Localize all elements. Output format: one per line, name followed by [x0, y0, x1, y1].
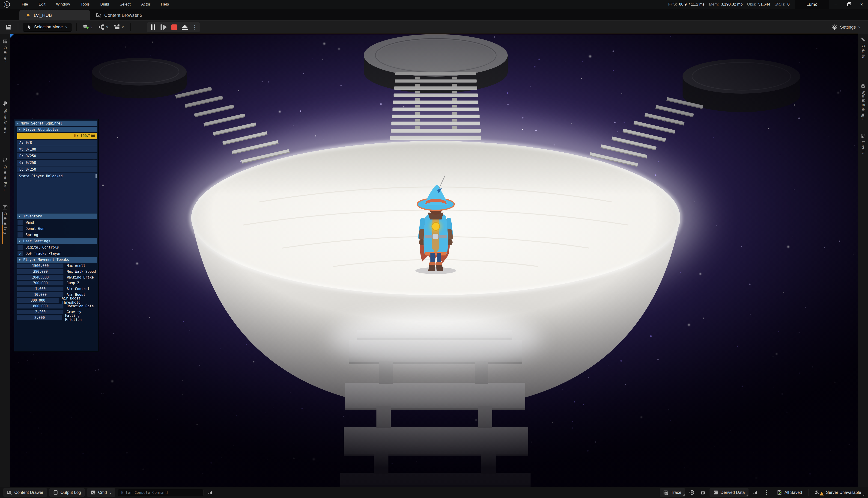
- game-viewport[interactable]: ▼ Mumo Secret Squirrel ▼ Player Attribut…: [10, 34, 858, 487]
- restore-button[interactable]: [842, 0, 855, 9]
- console-command-input[interactable]: [118, 489, 204, 496]
- stop-button[interactable]: [169, 23, 180, 32]
- selection-mode-dropdown[interactable]: Selection Mode ∨: [23, 23, 72, 31]
- derived-data-button[interactable]: Derived Data: [710, 488, 749, 497]
- value-field[interactable]: 1500.000: [17, 263, 63, 268]
- debug-overlay-panel: ▼ Mumo Secret Squirrel ▼ Player Attribut…: [14, 119, 99, 352]
- insights-button[interactable]: [751, 488, 760, 497]
- close-button[interactable]: ×: [855, 0, 868, 9]
- trace-button[interactable]: Trace: [660, 488, 685, 497]
- menu-help[interactable]: Help: [156, 0, 174, 9]
- cmd-dropdown[interactable]: Cmd ∨: [87, 488, 115, 497]
- minimize-button[interactable]: –: [829, 0, 842, 9]
- movement-row[interactable]: 300.000Air Boost Threshold: [17, 298, 97, 303]
- all-saved-button[interactable]: All Saved: [774, 488, 806, 497]
- sidebar-item-world-settings[interactable]: World Settings: [860, 83, 866, 120]
- movement-row[interactable]: 8.000Falling Friction: [17, 315, 97, 320]
- value-field[interactable]: 380.000: [17, 269, 63, 274]
- world-settings-label: World Settings: [861, 91, 866, 120]
- checkbox[interactable]: [17, 220, 23, 225]
- setting-digital-controls[interactable]: Digital Controls: [17, 245, 97, 250]
- menu-file[interactable]: File: [16, 0, 33, 9]
- row-label: Falling Friction: [65, 314, 97, 322]
- sidebar-item-output-log[interactable]: Output Log: [2, 205, 8, 234]
- setting-dof-tracks-player[interactable]: ✓ DoF Tracks Player: [17, 251, 97, 257]
- blueprints-dropdown[interactable]: ∨: [97, 23, 110, 31]
- tab-level[interactable]: Lvl_HUB: [20, 10, 90, 20]
- add-actor-dropdown[interactable]: ∨: [81, 23, 94, 31]
- frame-skip-button[interactable]: [158, 23, 169, 32]
- movement-row[interactable]: 1.000Air Control: [17, 286, 97, 291]
- grid-icon: [208, 490, 213, 495]
- unreal-editor-window: U File Edit Window Tools Build Select Ac…: [0, 0, 868, 498]
- menu-tools[interactable]: Tools: [75, 0, 95, 9]
- terminal-icon: [91, 490, 96, 495]
- project-name-button[interactable]: Lumo: [795, 0, 829, 9]
- menu-edit[interactable]: Edit: [33, 0, 51, 9]
- pause-button[interactable]: [147, 23, 158, 32]
- checkbox-checked[interactable]: ✓: [17, 251, 23, 257]
- movement-row[interactable]: 2048.000Walking Brake: [17, 275, 97, 280]
- movement-row[interactable]: 380.000Max Walk Speed: [17, 269, 97, 274]
- menu-select[interactable]: Select: [114, 0, 136, 9]
- value-field[interactable]: 700.000: [17, 281, 63, 286]
- value-field[interactable]: 800.000: [17, 304, 63, 309]
- cinematics-dropdown[interactable]: ∨: [113, 23, 126, 31]
- inventory-item-wand[interactable]: Wand: [17, 220, 97, 225]
- unreal-logo-icon[interactable]: U: [4, 1, 10, 8]
- grid-icon: [753, 490, 758, 495]
- value-field[interactable]: 300.000: [17, 298, 59, 303]
- inventory-item-spring[interactable]: Spring: [17, 232, 97, 238]
- menu-actor[interactable]: Actor: [136, 0, 156, 9]
- menu-window[interactable]: Window: [51, 0, 75, 9]
- viewport-settings-dropdown[interactable]: Settings ∨: [831, 24, 860, 30]
- sidebar-item-outliner[interactable]: Outliner: [2, 39, 8, 62]
- revision-control-button[interactable]: [206, 488, 215, 497]
- checkbox[interactable]: [17, 245, 23, 250]
- user-settings-header[interactable]: ▼ User Settings: [17, 238, 97, 244]
- value-field[interactable]: 2.200: [17, 310, 63, 314]
- inventory-item-donut-gun[interactable]: Donut Gun: [17, 226, 97, 232]
- gameplay-tags-box[interactable]: State.Player.Unlocked: [17, 173, 97, 213]
- trace-pause-button[interactable]: [687, 488, 696, 497]
- content-drawer-button[interactable]: Content Drawer: [3, 488, 47, 497]
- menu-build[interactable]: Build: [95, 0, 114, 9]
- eject-icon: [182, 25, 188, 30]
- cube-plus-icon: [82, 24, 89, 30]
- output-log-button[interactable]: Output Log: [49, 488, 85, 497]
- server-status-button[interactable]: Server Unavailable: [811, 488, 865, 497]
- value-field[interactable]: 10.000: [17, 292, 63, 297]
- debug-title-header[interactable]: ▼ Mumo Secret Squirrel: [15, 121, 97, 126]
- sidebar-item-details[interactable]: Details: [860, 37, 866, 58]
- viewport-scene: [10, 34, 858, 487]
- sidebar-item-content-browser[interactable]: Content Bro...: [2, 158, 8, 193]
- value-field[interactable]: 2048.000: [17, 275, 63, 280]
- save-button[interactable]: [4, 23, 13, 31]
- rail-indicator-gray: [2, 212, 3, 225]
- sidebar-item-place-actors[interactable]: Place Actors: [2, 101, 8, 133]
- attr-row-a: A: 0/8: [17, 140, 97, 146]
- checkbox[interactable]: [17, 232, 23, 238]
- inventory-header[interactable]: ▼ Inventory: [17, 213, 97, 219]
- value-field[interactable]: 8.000: [17, 315, 62, 320]
- chevron-down-icon: ∨: [106, 25, 108, 29]
- scrollbar-nub[interactable]: [95, 174, 96, 178]
- movement-row[interactable]: 700.000Jump Z: [17, 280, 97, 286]
- snapshot-button[interactable]: [698, 488, 707, 497]
- outliner-label: Outliner: [3, 46, 8, 62]
- attr-row-r: R: 0/250: [17, 153, 97, 159]
- checkbox[interactable]: [17, 226, 23, 232]
- sidebar-item-levels[interactable]: Levels: [860, 133, 866, 154]
- eject-button[interactable]: [180, 23, 190, 32]
- toolbar-divider: [18, 23, 18, 31]
- value-field[interactable]: 1.000: [17, 287, 63, 291]
- pie-options-kebab[interactable]: ⋮: [190, 24, 199, 30]
- movement-tweaks-header[interactable]: ▼ Player Movement Tweaks: [17, 257, 97, 263]
- movement-row[interactable]: 1500.000Max Acell: [17, 263, 97, 268]
- movement-row[interactable]: 800.000Rotation Rate: [17, 304, 97, 309]
- platform-top-left: [92, 58, 186, 99]
- attributes-header[interactable]: ▼ Player Attributes: [17, 127, 97, 132]
- tab-content-browser[interactable]: Content Browser 2: [90, 10, 148, 20]
- camera-icon: [700, 490, 705, 495]
- status-kebab[interactable]: ⋮: [762, 489, 771, 496]
